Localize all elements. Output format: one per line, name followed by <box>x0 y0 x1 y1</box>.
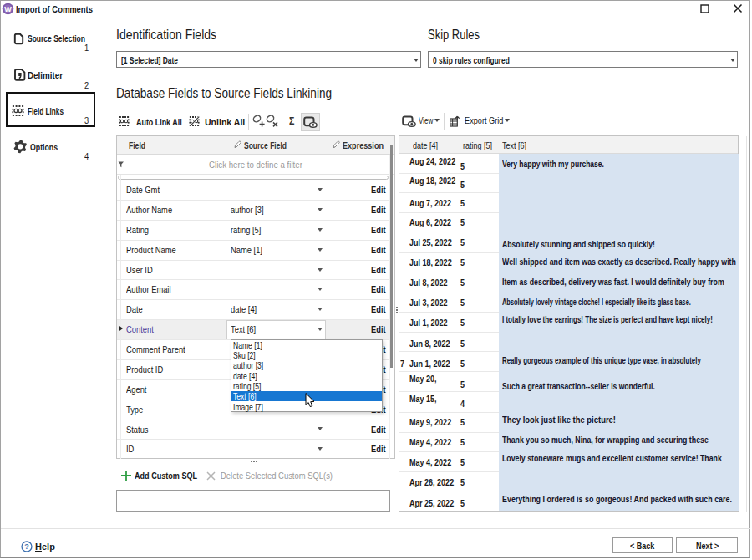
svg-text:W: W <box>4 5 12 13</box>
svg-text:?: ? <box>24 542 29 551</box>
